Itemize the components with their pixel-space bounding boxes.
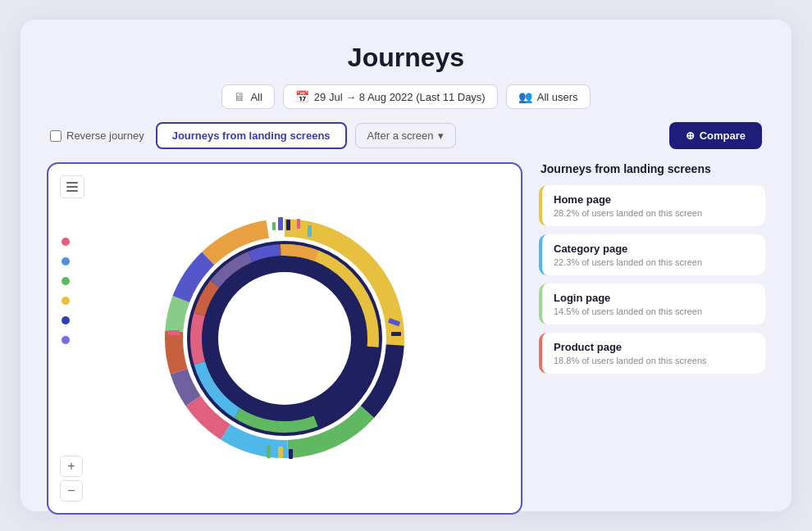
legend-dot-1 — [62, 238, 70, 246]
zoom-out-button[interactable]: − — [60, 480, 83, 502]
page-title: Journeys — [47, 43, 765, 73]
compare-button[interactable]: ⊕ Compare — [669, 122, 762, 149]
side-card-login[interactable]: Login page 14.5% of users landed on this… — [539, 284, 765, 324]
legend-dot-3 — [62, 277, 70, 285]
reverse-journey-checkbox[interactable] — [50, 130, 62, 142]
side-card-category[interactable]: Category page 22.3% of users landed on t… — [539, 234, 765, 275]
legend-dot-5 — [62, 316, 70, 324]
hamburger-line-1 — [66, 182, 78, 184]
legend-dot-4 — [62, 297, 70, 305]
svg-rect-30 — [168, 330, 180, 335]
side-card-title-login: Login page — [554, 292, 754, 304]
legend-dots — [62, 238, 70, 344]
chart-panel: + − — [47, 162, 522, 515]
svg-rect-22 — [308, 225, 312, 237]
hamburger-line-3 — [66, 190, 78, 192]
reverse-journey-label[interactable]: Reverse journey — [50, 129, 144, 142]
side-card-sub-category: 22.3% of users landed on this screen — [554, 257, 754, 267]
side-card-title-category: Category page — [554, 243, 754, 255]
main-card: Journeys 🖥 All 📅 29 Jul → 8 Aug 2022 (La… — [21, 20, 791, 511]
hamburger-button[interactable] — [60, 175, 84, 198]
users-filter[interactable]: 👥 All users — [506, 84, 591, 109]
donut-chart — [145, 199, 424, 478]
side-card-sub-login: 14.5% of users landed on this screen — [554, 306, 754, 316]
side-card-sub-product: 18.8% of users landed on this screens — [554, 356, 754, 365]
legend-dot-6 — [62, 336, 70, 344]
compare-icon: ⊕ — [686, 129, 695, 142]
hamburger-line-2 — [66, 186, 78, 188]
svg-rect-31 — [167, 340, 176, 344]
chart-controls — [60, 175, 84, 198]
side-card-sub-home: 28.2% of users landed on this screen — [554, 208, 754, 218]
svg-rect-27 — [278, 447, 283, 458]
content-area: + − Journeys from landing screens Home p… — [47, 162, 765, 515]
legend-dot-2 — [62, 257, 70, 266]
users-icon: 👥 — [518, 90, 532, 103]
tab-after-screen[interactable]: After a screen ▾ — [355, 123, 456, 148]
device-filter[interactable]: 🖥 All — [221, 84, 274, 109]
zoom-in-button[interactable]: + — [60, 456, 83, 477]
svg-rect-29 — [267, 445, 271, 458]
svg-rect-23 — [272, 222, 276, 230]
side-panel-title: Journeys from landing screens — [539, 162, 765, 175]
svg-rect-26 — [391, 332, 401, 336]
svg-rect-28 — [289, 449, 293, 459]
side-panel: Journeys from landing screens Home page … — [539, 162, 765, 515]
tab-landing-screens[interactable]: Journeys from landing screens — [156, 122, 347, 149]
toolbar: Reverse journey Journeys from landing sc… — [47, 122, 765, 149]
svg-rect-21 — [286, 220, 290, 230]
svg-point-32 — [234, 288, 335, 389]
side-card-product[interactable]: Product page 18.8% of users landed on th… — [539, 333, 765, 374]
device-icon: 🖥 — [234, 90, 245, 103]
filter-bar: 🖥 All 📅 29 Jul → 8 Aug 2022 (Last 11 Day… — [47, 84, 765, 109]
calendar-icon: 📅 — [295, 90, 309, 103]
side-card-title-home: Home page — [554, 193, 754, 206]
svg-rect-20 — [278, 217, 283, 230]
side-card-title-product: Product page — [554, 341, 754, 353]
zoom-controls: + − — [60, 456, 83, 502]
side-card-home[interactable]: Home page 28.2% of users landed on this … — [539, 185, 765, 226]
date-filter[interactable]: 📅 29 Jul → 8 Aug 2022 (Last 11 Days) — [283, 84, 498, 109]
svg-rect-24 — [297, 219, 300, 229]
